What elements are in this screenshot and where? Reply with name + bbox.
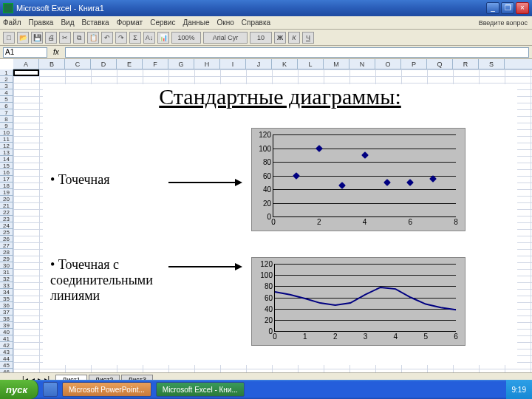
column-header[interactable]: F: [143, 59, 168, 69]
cut-icon[interactable]: ✂: [59, 32, 71, 44]
row-header[interactable]: 23: [0, 216, 13, 222]
column-header[interactable]: S: [479, 59, 505, 69]
italic-icon[interactable]: К: [288, 32, 300, 44]
column-header[interactable]: M: [324, 59, 349, 69]
cells-area[interactable]: Стандартные диаграммы: • Точечная 020406…: [13, 69, 532, 372]
column-header[interactable]: K: [272, 59, 298, 69]
menu-file[interactable]: Файл: [3, 18, 21, 27]
row-header[interactable]: 45: [0, 362, 13, 369]
row-header[interactable]: 38: [0, 316, 13, 322]
row-header[interactable]: 29: [0, 256, 13, 262]
column-header[interactable]: D: [91, 59, 117, 69]
name-box[interactable]: A1: [3, 47, 47, 58]
column-header[interactable]: C: [65, 59, 91, 69]
row-header[interactable]: 26: [0, 236, 13, 242]
row-header[interactable]: 36: [0, 302, 13, 309]
row-header[interactable]: 16: [0, 169, 13, 176]
row-header[interactable]: 3: [0, 83, 13, 89]
row-header[interactable]: 4: [0, 89, 13, 96]
row-header[interactable]: 2: [0, 76, 13, 83]
row-header[interactable]: 14: [0, 156, 13, 163]
row-header[interactable]: 5: [0, 96, 13, 103]
column-header[interactable]: A: [13, 59, 39, 69]
column-header[interactable]: L: [298, 59, 324, 69]
row-header[interactable]: 9: [0, 123, 13, 129]
column-header[interactable]: I: [220, 59, 246, 69]
row-header[interactable]: 44: [0, 355, 13, 362]
row-header[interactable]: 24: [0, 222, 13, 229]
menu-tools[interactable]: Сервис: [150, 18, 175, 27]
column-header[interactable]: G: [168, 59, 194, 69]
minimize-button[interactable]: _: [486, 2, 499, 14]
taskbar-item-excel[interactable]: Microsoft Excel - Кни...: [156, 382, 245, 397]
row-header[interactable]: 25: [0, 229, 13, 236]
column-header[interactable]: E: [117, 59, 143, 69]
row-header[interactable]: 6: [0, 103, 13, 109]
paste-icon[interactable]: 📋: [87, 32, 99, 44]
save-icon[interactable]: 💾: [31, 32, 43, 44]
row-header[interactable]: 17: [0, 176, 13, 183]
bold-icon[interactable]: Ж: [274, 32, 286, 44]
row-header[interactable]: 7: [0, 109, 13, 116]
row-header[interactable]: 40: [0, 329, 13, 335]
column-header[interactable]: R: [453, 59, 479, 69]
font-size-select[interactable]: 10: [250, 32, 272, 44]
print-icon[interactable]: 🖨: [45, 32, 57, 44]
row-header[interactable]: 18: [0, 183, 13, 189]
column-header[interactable]: Q: [427, 59, 453, 69]
row-header[interactable]: 13: [0, 149, 13, 156]
row-header[interactable]: 12: [0, 143, 13, 149]
copy-icon[interactable]: ⧉: [73, 32, 85, 44]
row-header[interactable]: 42: [0, 342, 13, 349]
row-header[interactable]: 11: [0, 136, 13, 143]
new-icon[interactable]: □: [3, 32, 15, 44]
column-header[interactable]: H: [194, 59, 220, 69]
row-header[interactable]: 10: [0, 129, 13, 136]
row-header[interactable]: 32: [0, 276, 13, 282]
menu-data[interactable]: Данные: [183, 18, 209, 27]
menu-format[interactable]: Формат: [117, 18, 143, 27]
menu-window[interactable]: Окно: [217, 18, 234, 27]
row-header[interactable]: 27: [0, 242, 13, 249]
row-header[interactable]: 31: [0, 269, 13, 276]
row-header[interactable]: 15: [0, 163, 13, 169]
row-header[interactable]: 20: [0, 196, 13, 202]
underline-icon[interactable]: Ч: [302, 32, 314, 44]
system-tray[interactable]: 9:19: [506, 380, 532, 399]
column-header[interactable]: J: [246, 59, 272, 69]
taskbar-item-1[interactable]: [43, 382, 58, 397]
row-header[interactable]: 28: [0, 249, 13, 256]
column-header[interactable]: O: [375, 59, 401, 69]
start-button[interactable]: пуск: [0, 380, 38, 399]
open-icon[interactable]: 📂: [17, 32, 29, 44]
row-header[interactable]: 37: [0, 309, 13, 316]
menu-edit[interactable]: Правка: [29, 18, 54, 27]
undo-icon[interactable]: ↶: [101, 32, 113, 44]
row-header[interactable]: 22: [0, 209, 13, 216]
row-header[interactable]: 1: [0, 69, 13, 76]
sum-icon[interactable]: Σ: [129, 32, 141, 44]
row-header[interactable]: 19: [0, 189, 13, 196]
menu-view[interactable]: Вид: [61, 18, 74, 27]
formula-input[interactable]: [65, 47, 529, 58]
column-header[interactable]: P: [401, 59, 427, 69]
row-header[interactable]: 34: [0, 289, 13, 296]
row-header[interactable]: 39: [0, 322, 13, 329]
chart-icon[interactable]: 📊: [157, 32, 169, 44]
sort-asc-icon[interactable]: A↓: [143, 32, 155, 44]
redo-icon[interactable]: ↷: [115, 32, 127, 44]
help-question-box[interactable]: Введите вопрос: [477, 18, 529, 27]
row-header[interactable]: 8: [0, 116, 13, 123]
row-header[interactable]: 41: [0, 335, 13, 342]
zoom-icon[interactable]: 100%: [171, 32, 201, 44]
row-header[interactable]: 33: [0, 282, 13, 289]
row-header[interactable]: 43: [0, 349, 13, 355]
maximize-button[interactable]: ❐: [501, 2, 514, 14]
font-select[interactable]: Arial Cyr: [203, 32, 248, 44]
close-button[interactable]: ×: [516, 2, 529, 14]
row-header[interactable]: 35: [0, 296, 13, 302]
menu-insert[interactable]: Вставка: [81, 18, 109, 27]
column-header[interactable]: B: [39, 59, 65, 69]
fx-icon[interactable]: fx: [50, 48, 62, 56]
row-header[interactable]: 21: [0, 202, 13, 209]
